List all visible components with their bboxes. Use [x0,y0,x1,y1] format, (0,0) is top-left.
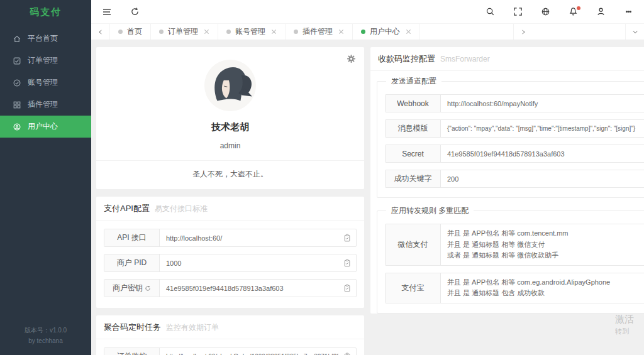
section-title: 收款码监控配置 [378,54,435,63]
fieldset-legend: 应用转发规则 多重匹配 [386,205,474,216]
field-row-wechat-pay-rule: 微信支付 并且 是 APP包名 相等 com.tencent.mm 并且 是 通… [385,224,644,266]
version-text: 版本号：v1.0.0 [3,325,89,336]
rule-line: 并且 是 APP包名 相等 com.eg.android.AlipayGphon… [447,277,635,288]
profile-name: 技术老胡 [96,121,364,133]
copy-icon[interactable] [641,145,644,162]
refresh-icon[interactable] [129,6,140,18]
copy-icon[interactable] [338,348,356,355]
globe-icon[interactable] [540,6,551,18]
tab-dot [159,30,164,34]
copy-icon[interactable] [641,273,644,303]
send-channel-fieldset: 发送通道配置 Webhook http://localhost:60/mpayN… [377,81,644,198]
sidebar-item-label: 账号管理 [28,77,58,88]
field-label: 订单监控 [104,348,160,355]
field-row-merchant-secret: 商户密钥 41e9585f019ef94418d578913a3af603 [104,279,357,297]
section-subtitle: SmsForwarder [440,55,490,63]
sidebar-item-accounts[interactable]: 账号管理 [0,72,91,94]
notifications-bell-icon[interactable] [567,6,579,18]
tabs-scroll-left-icon[interactable] [91,24,110,40]
field-row-webhook: Webhook http://localhost:60/mpayNotify [385,94,644,112]
field-label: 消息模版 [386,120,441,137]
field-value: 1000 [160,254,338,271]
fullscreen-icon[interactable] [512,6,523,18]
rule-line: 并且 是 APP包名 相等 com.tencent.mm [447,228,635,239]
field-label: 微信支付 [386,224,441,265]
avatar [204,60,256,111]
field-value: http://localhost:60/mpayNotify [441,95,641,112]
tab-label: 账号管理 [235,26,265,37]
fieldset-legend: 发送通道配置 [386,76,441,87]
copy-icon[interactable] [338,229,356,246]
field-value: 并且 是 APP包名 相等 com.tencent.mm 并且 是 通知标题 相… [441,224,641,265]
regenerate-secret-icon[interactable] [145,285,151,292]
tab-label: 订单管理 [168,26,198,37]
tab-home[interactable]: 首页 [110,24,151,40]
field-label: 成功关键字 [386,170,441,187]
close-icon[interactable] [338,29,344,35]
more-options-icon[interactable] [623,6,634,18]
tab-orders[interactable]: 订单管理 [151,24,218,40]
rule-line: 并且 是 通知标题 包含 成功收款 [447,288,635,299]
field-value: 41e9585f019ef94418d578913a3af603 [441,145,641,162]
author-text: by techhana [3,336,89,346]
monitor-config-card: 收款码监控配置SmsForwarder 发送通道配置 Webhook http:… [370,47,644,314]
sidebar-item-plugins[interactable]: 插件管理 [0,94,91,116]
tab-dot [118,30,123,34]
profile-role: admin [96,141,364,160]
section-body: API 接口 http://localhost:60/ 商户 PID 1000 [96,221,364,308]
section-subtitle: 监控有效期订单 [166,323,219,332]
copy-icon[interactable] [338,254,356,271]
tab-label: 首页 [127,26,142,37]
close-icon[interactable] [406,29,411,35]
close-icon[interactable] [271,29,277,35]
tab-label: 插件管理 [303,26,333,37]
sidebar-item-label: 用户中心 [28,121,58,132]
tab-user-center[interactable]: 用户中心 [353,24,420,40]
tabs-menu-chevron-down-icon[interactable] [625,24,644,40]
tab-dot [294,30,298,34]
field-row-api-endpoint: API 接口 http://localhost:60/ [104,229,357,247]
sidebar-item-home[interactable]: 平台首页 [0,28,91,50]
gear-icon[interactable] [347,54,356,63]
field-value: 并且 是 APP包名 相等 com.eg.android.AlipayGphon… [441,273,641,303]
sidebar-item-orders[interactable]: 订单管理 [0,50,91,72]
field-row-alipay-rule: 支付宝 并且 是 APP包名 相等 com.eg.android.AlipayG… [385,273,644,303]
copy-icon[interactable] [641,120,644,137]
left-column: 技术老胡 admin 圣人不死，大盗不止。 支付API配置易支付接口标准 API… [96,47,364,355]
field-label: 商户 PID [104,254,160,271]
topbar [91,0,644,23]
section-header: 收款码监控配置SmsForwarder [370,47,644,71]
field-value: 41e9585f019ef94418d578913a3af603 [160,280,338,297]
section-title: 聚合码定时任务 [104,322,161,332]
collapse-menu-icon[interactable] [101,6,113,18]
tab-label: 用户中心 [370,26,400,37]
tabbar: 首页 订单管理 账号管理 插件管理 用户中心 [91,23,644,40]
topbar-left [101,6,140,18]
tab-accounts[interactable]: 账号管理 [218,24,286,40]
user-circle-icon [13,123,21,131]
sidebar-item-user-center[interactable]: 用户中心 [0,116,91,138]
field-row-order-monitor: 订单监控 http://localhost:60/checkOrder/1000… [104,347,357,355]
tab-plugins[interactable]: 插件管理 [286,24,353,40]
timer-task-card: 聚合码定时任务监控有效期订单 订单监控 http://localhost:60/… [96,315,364,355]
tabs-scroll-right-icon[interactable] [513,24,532,40]
field-row-message-template: 消息模版 {"action": "mpay","data": "[msg]","… [385,119,644,138]
field-label: Webhook [386,95,441,112]
search-icon[interactable] [484,6,496,18]
sidebar-menu: 平台首页 订单管理 账号管理 插件管理 用户中心 [0,24,91,319]
copy-icon[interactable] [641,95,644,112]
copy-icon[interactable] [641,170,644,187]
user-icon[interactable] [595,6,606,18]
close-icon[interactable] [204,29,209,35]
field-value: http://localhost:60/checkOrder/1000/3805… [160,348,338,355]
content: 技术老胡 admin 圣人不死，大盗不止。 支付API配置易支付接口标准 API… [91,41,644,355]
field-label: Secret [386,145,441,162]
topbar-right [484,6,634,18]
field-value: {"action": "mpay","data": "[msg]","time"… [441,120,641,137]
notification-badge [577,6,580,10]
order-check-icon [13,57,21,65]
profile-card: 技术老胡 admin 圣人不死，大盗不止。 [96,47,364,189]
copy-icon[interactable] [641,224,644,265]
rule-line: 并且 是 通知标题 相等 微信支付 [447,239,635,251]
copy-icon[interactable] [338,280,356,297]
